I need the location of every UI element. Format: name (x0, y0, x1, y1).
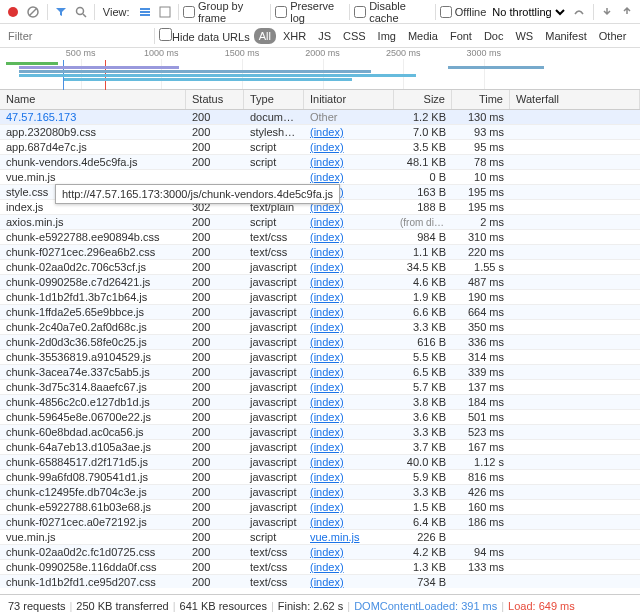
cell-initiator[interactable]: (index) (304, 156, 394, 168)
table-row[interactable]: app.687d4e7c.js200script(index)3.5 KB95 … (0, 140, 640, 155)
header-waterfall[interactable]: Waterfall (510, 90, 640, 109)
network-conditions-icon[interactable] (570, 2, 588, 22)
filter-type-xhr[interactable]: XHR (278, 28, 311, 44)
table-row[interactable]: chunk-f0271cec.a0e72192.js200javascript(… (0, 515, 640, 530)
table-row[interactable]: app.232080b9.css200stylesheet(index)7.0 … (0, 125, 640, 140)
search-button[interactable] (72, 2, 90, 22)
cell-size: 1.5 KB (394, 501, 452, 513)
table-row[interactable]: vue.min.js200scriptvue.min.js226 B (0, 530, 640, 545)
cell-initiator[interactable]: (index) (304, 336, 394, 348)
cell-initiator[interactable]: (index) (304, 576, 394, 588)
filter-type-css[interactable]: CSS (338, 28, 371, 44)
cell-initiator[interactable]: (index) (304, 321, 394, 333)
cell-initiator[interactable]: (index) (304, 426, 394, 438)
clear-button[interactable] (24, 2, 42, 22)
cell-initiator[interactable]: (index) (304, 366, 394, 378)
cell-initiator[interactable]: (index) (304, 261, 394, 273)
cell-initiator[interactable]: (index) (304, 291, 394, 303)
table-row[interactable]: chunk-02aa0d2c.fc1d0725.css200text/css(i… (0, 545, 640, 560)
table-row[interactable]: chunk-64a7eb13.d105a3ae.js200javascript(… (0, 440, 640, 455)
table-row[interactable]: chunk-35536819.a9104529.js200javascript(… (0, 350, 640, 365)
cell-type: javascript (244, 441, 304, 453)
filter-type-doc[interactable]: Doc (479, 28, 509, 44)
cell-initiator[interactable]: (index) (304, 501, 394, 513)
table-row[interactable]: chunk-59645e8e.06700e22.js200javascript(… (0, 410, 640, 425)
filter-input[interactable] (4, 28, 150, 44)
table-row[interactable]: axios.min.js200script(index)(from disk .… (0, 215, 640, 230)
table-row[interactable]: chunk-e5922788.ee90894b.css200text/css(i… (0, 230, 640, 245)
disable-cache[interactable]: Disable cache (354, 0, 431, 24)
cell-initiator[interactable]: (index) (304, 516, 394, 528)
cell-initiator[interactable]: (index) (304, 486, 394, 498)
cell-initiator[interactable]: (index) (304, 126, 394, 138)
cell-initiator[interactable]: (index) (304, 306, 394, 318)
filter-type-all[interactable]: All (254, 28, 276, 44)
cell-initiator[interactable]: (index) (304, 351, 394, 363)
large-rows-button[interactable] (136, 2, 154, 22)
cell-initiator[interactable]: (index) (304, 396, 394, 408)
table-row[interactable]: chunk-vendors.4de5c9fa.js200script(index… (0, 155, 640, 170)
filter-type-other[interactable]: Other (594, 28, 632, 44)
filter-type-img[interactable]: Img (373, 28, 401, 44)
table-row[interactable]: chunk-1d1b2fd1.3b7c1b64.js200javascript(… (0, 290, 640, 305)
table-row[interactable]: chunk-4856c2c0.e127db1d.js200javascript(… (0, 395, 640, 410)
table-row[interactable]: chunk-e5922788.61b03e68.js200javascript(… (0, 500, 640, 515)
record-button[interactable] (4, 2, 22, 22)
table-row[interactable]: chunk-3acea74e.337c5ab5.js200javascript(… (0, 365, 640, 380)
table-row[interactable]: chunk-c12495fe.db704c3e.js200javascript(… (0, 485, 640, 500)
cell-initiator[interactable]: (index) (304, 561, 394, 573)
filter-type-manifest[interactable]: Manifest (540, 28, 592, 44)
table-row[interactable]: chunk-0990258e.c7d26421.js200javascript(… (0, 275, 640, 290)
table-row[interactable]: vue.min.js(index)0 B10 ms (0, 170, 640, 185)
header-size[interactable]: Size (394, 90, 452, 109)
table-row[interactable]: chunk-99a6fd08.790541d1.js200javascript(… (0, 470, 640, 485)
filter-type-font[interactable]: Font (445, 28, 477, 44)
cell-initiator[interactable]: (index) (304, 171, 394, 183)
cell-initiator[interactable]: (index) (304, 441, 394, 453)
throttling-select[interactable]: No throttling (488, 5, 568, 19)
cell-initiator[interactable]: (index) (304, 546, 394, 558)
table-row[interactable]: chunk-2d0d3c36.58fe0c25.js200javascript(… (0, 335, 640, 350)
cell-initiator[interactable]: (index) (304, 411, 394, 423)
header-name[interactable]: Name (0, 90, 186, 109)
filter-toggle[interactable] (51, 2, 69, 22)
table-row[interactable]: chunk-2c40a7e0.2af0d68c.js200javascript(… (0, 320, 640, 335)
table-row[interactable]: chunk-3d75c314.8aaefc67.js200javascript(… (0, 380, 640, 395)
offline[interactable]: Offline (440, 6, 487, 18)
filter-type-js[interactable]: JS (313, 28, 336, 44)
table-row[interactable]: chunk-02aa0d2c.706c53cf.js200javascript(… (0, 260, 640, 275)
cell-initiator[interactable]: Other (304, 111, 394, 123)
preserve-log[interactable]: Preserve log (275, 0, 345, 24)
table-row[interactable]: chunk-0990258e.116dda0f.css200text/css(i… (0, 560, 640, 575)
header-status[interactable]: Status (186, 90, 244, 109)
cell-size: 40.0 KB (394, 456, 452, 468)
cell-initiator[interactable]: (index) (304, 231, 394, 243)
cell-initiator[interactable]: (index) (304, 246, 394, 258)
filter-type-ws[interactable]: WS (510, 28, 538, 44)
overview-button[interactable] (156, 2, 174, 22)
table-row[interactable]: chunk-65884517.d2f171d5.js200javascript(… (0, 455, 640, 470)
filter-type-media[interactable]: Media (403, 28, 443, 44)
cell-size: 3.3 KB (394, 426, 452, 438)
table-row[interactable]: chunk-f0271cec.296ea6b2.css200text/css(i… (0, 245, 640, 260)
header-time[interactable]: Time (452, 90, 510, 109)
table-row[interactable]: chunk-60e8bdad.ac0ca56.js200javascript(i… (0, 425, 640, 440)
cell-initiator[interactable]: vue.min.js (304, 531, 394, 543)
table-row[interactable]: 47.57.165.173200documentOther1.2 KB130 m… (0, 110, 640, 125)
table-row[interactable]: chunk-1d1b2fd1.ce95d207.css200text/css(i… (0, 575, 640, 588)
hide-data-urls[interactable]: Hide data URLs (159, 28, 250, 43)
overview-timeline[interactable]: 500 ms1000 ms1500 ms2000 ms2500 ms3000 m… (0, 48, 640, 90)
header-initiator[interactable]: Initiator (304, 90, 394, 109)
cell-status: 200 (186, 441, 244, 453)
cell-initiator[interactable]: (index) (304, 456, 394, 468)
group-by-frame[interactable]: Group by frame (183, 0, 266, 24)
table-row[interactable]: chunk-1ffda2e5.65e9bbce.js200javascript(… (0, 305, 640, 320)
cell-initiator[interactable]: (index) (304, 216, 394, 228)
header-type[interactable]: Type (244, 90, 304, 109)
cell-initiator[interactable]: (index) (304, 471, 394, 483)
cell-initiator[interactable]: (index) (304, 381, 394, 393)
cell-initiator[interactable]: (index) (304, 276, 394, 288)
import-har-button[interactable] (598, 2, 616, 22)
cell-initiator[interactable]: (index) (304, 141, 394, 153)
export-har-button[interactable] (618, 2, 636, 22)
